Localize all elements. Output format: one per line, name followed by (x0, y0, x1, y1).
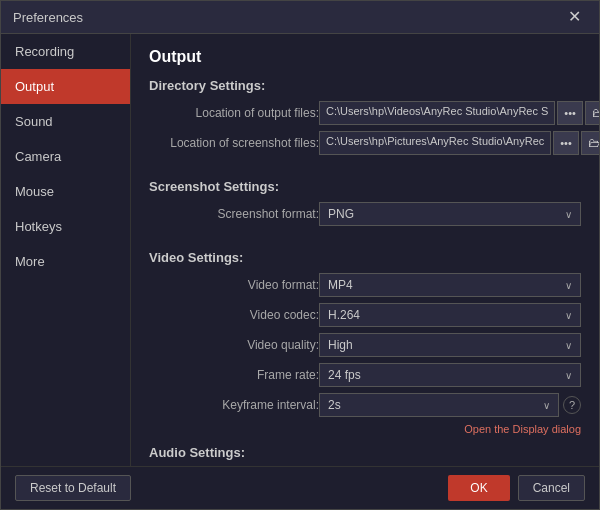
video-codec-row: Video codec: H.264 ∨ (149, 303, 581, 327)
close-button[interactable]: ✕ (562, 7, 587, 27)
screenshot-files-input-group: C:\Users\hp\Pictures\AnyRec Studio\AnyRe… (319, 131, 599, 155)
sidebar-item-hotkeys[interactable]: Hotkeys (1, 209, 130, 244)
frame-rate-arrow: ∨ (565, 370, 572, 381)
screenshot-files-dots-button[interactable]: ••• (553, 131, 579, 155)
keyframe-dropdown-wrap: 2s ∨ ? (319, 393, 581, 417)
output-files-label: Location of output files: (149, 106, 319, 120)
output-files-folder-button[interactable]: 🗁 (585, 101, 599, 125)
reset-button[interactable]: Reset to Default (15, 475, 131, 501)
display-dialog-link-row: Open the Display dialog (149, 423, 581, 435)
sidebar-item-camera[interactable]: Camera (1, 139, 130, 174)
sidebar: Recording Output Sound Camera Mouse Hotk… (1, 34, 131, 466)
screenshot-format-dropdown[interactable]: PNG ∨ (319, 202, 581, 226)
ok-button[interactable]: OK (448, 475, 509, 501)
screenshot-files-path[interactable]: C:\Users\hp\Pictures\AnyRec Studio\AnyRe… (319, 131, 551, 155)
video-quality-dropdown-wrap: High ∨ (319, 333, 581, 357)
panel-title: Output (149, 48, 581, 66)
video-format-row: Video format: MP4 ∨ (149, 273, 581, 297)
frame-rate-row: Frame rate: 24 fps ∨ (149, 363, 581, 387)
output-files-dots-button[interactable]: ••• (557, 101, 583, 125)
preferences-dialog: Preferences ✕ Recording Output Sound Cam… (0, 0, 600, 510)
sidebar-item-mouse[interactable]: Mouse (1, 174, 130, 209)
keyframe-label: Keyframe interval: (149, 398, 319, 412)
output-files-input-group: C:\Users\hp\Videos\AnyRec Studio\AnyRec … (319, 101, 599, 125)
output-files-row: Location of output files: C:\Users\hp\Vi… (149, 101, 581, 125)
screenshot-format-label: Screenshot format: (149, 207, 319, 221)
title-bar: Preferences ✕ (1, 1, 599, 34)
directory-settings-title: Directory Settings: (149, 78, 581, 93)
video-format-value: MP4 (328, 278, 353, 292)
screenshot-settings-title: Screenshot Settings: (149, 179, 581, 194)
video-codec-arrow: ∨ (565, 310, 572, 321)
main-content: Recording Output Sound Camera Mouse Hotk… (1, 34, 599, 466)
screenshot-format-arrow: ∨ (565, 209, 572, 220)
keyframe-arrow: ∨ (543, 400, 550, 411)
content-panel: Output Directory Settings: Location of o… (131, 34, 599, 466)
dialog-title: Preferences (13, 10, 83, 25)
video-format-dropdown-wrap: MP4 ∨ (319, 273, 581, 297)
keyframe-dropdown[interactable]: 2s ∨ (319, 393, 559, 417)
sidebar-item-more[interactable]: More (1, 244, 130, 279)
video-quality-row: Video quality: High ∨ (149, 333, 581, 357)
screenshot-files-label: Location of screenshot files: (149, 136, 319, 150)
frame-rate-dropdown[interactable]: 24 fps ∨ (319, 363, 581, 387)
video-quality-arrow: ∨ (565, 340, 572, 351)
screenshot-format-value: PNG (328, 207, 354, 221)
audio-settings-title: Audio Settings: (149, 445, 581, 460)
video-quality-label: Video quality: (149, 338, 319, 352)
frame-rate-dropdown-wrap: 24 fps ∨ (319, 363, 581, 387)
sidebar-item-sound[interactable]: Sound (1, 104, 130, 139)
video-codec-value: H.264 (328, 308, 360, 322)
video-quality-value: High (328, 338, 353, 352)
video-format-dropdown[interactable]: MP4 ∨ (319, 273, 581, 297)
screenshot-format-row: Screenshot format: PNG ∨ (149, 202, 581, 226)
video-settings-title: Video Settings: (149, 250, 581, 265)
keyframe-help-button[interactable]: ? (563, 396, 581, 414)
video-codec-dropdown[interactable]: H.264 ∨ (319, 303, 581, 327)
cancel-button[interactable]: Cancel (518, 475, 585, 501)
video-codec-label: Video codec: (149, 308, 319, 322)
display-dialog-link[interactable]: Open the Display dialog (464, 423, 581, 435)
frame-rate-value: 24 fps (328, 368, 361, 382)
video-format-label: Video format: (149, 278, 319, 292)
video-format-arrow: ∨ (565, 280, 572, 291)
sidebar-item-recording[interactable]: Recording (1, 34, 130, 69)
screenshot-format-dropdown-wrap: PNG ∨ (319, 202, 581, 226)
output-files-path[interactable]: C:\Users\hp\Videos\AnyRec Studio\AnyRec … (319, 101, 555, 125)
keyframe-row: Keyframe interval: 2s ∨ ? (149, 393, 581, 417)
screenshot-files-folder-button[interactable]: 🗁 (581, 131, 599, 155)
video-codec-dropdown-wrap: H.264 ∨ (319, 303, 581, 327)
footer-right: OK Cancel (448, 475, 585, 501)
sidebar-item-output[interactable]: Output (1, 69, 130, 104)
video-quality-dropdown[interactable]: High ∨ (319, 333, 581, 357)
screenshot-files-row: Location of screenshot files: C:\Users\h… (149, 131, 581, 155)
keyframe-value: 2s (328, 398, 341, 412)
footer: Reset to Default OK Cancel (1, 466, 599, 509)
frame-rate-label: Frame rate: (149, 368, 319, 382)
